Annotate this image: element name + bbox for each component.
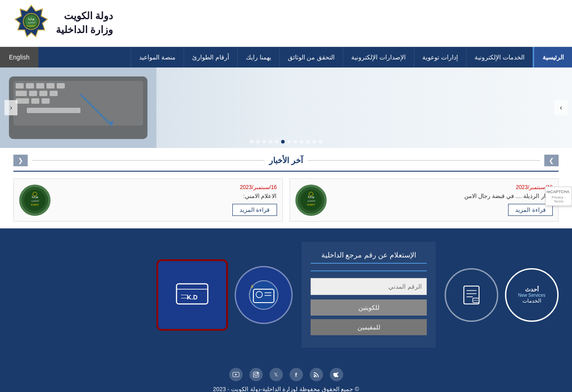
- slider-dot-8[interactable]: [275, 140, 278, 143]
- slider-dot-7[interactable]: [281, 140, 285, 143]
- news-card-2-logo: وزارة الداخلية KUWAIT: [19, 185, 50, 216]
- nav-item-awareness[interactable]: إدارات توعوية: [414, 47, 466, 67]
- services-section: أحدث New Services الخدمات الإستعلام عن ر…: [0, 228, 572, 361]
- news-card-2-more-button[interactable]: قراءة المزيد: [232, 204, 277, 216]
- recaptcha-label: reCAPTCHA: [548, 189, 569, 194]
- svg-rect-20: [42, 98, 50, 104]
- svg-point-53: [314, 375, 315, 377]
- site-title-line1: دولة الكويت: [56, 9, 113, 23]
- svg-rect-36: [464, 286, 479, 304]
- slider-dot-5[interactable]: [294, 140, 297, 143]
- svg-rect-18: [16, 98, 29, 104]
- social-apple[interactable]: [330, 368, 343, 381]
- slider-dot-11[interactable]: [256, 140, 260, 143]
- svg-text:KUWAIT: KUWAIT: [27, 25, 35, 27]
- svg-marker-58: [235, 374, 237, 375]
- footer-social: f 𝕏: [13, 368, 559, 381]
- social-facebook[interactable]: f: [290, 368, 303, 381]
- logo-badge: وزارة الداخلية KUWAIT: [13, 4, 49, 42]
- news-card-1-logo: وزارة الداخلية KUWAIT: [295, 185, 327, 216]
- nav-item-emergency[interactable]: أرقام الطوارئ: [184, 47, 237, 67]
- social-instagram[interactable]: [249, 368, 263, 381]
- recaptcha-links: Privacy - Terms: [548, 195, 569, 203]
- news-title: آخر الأخبار: [269, 156, 303, 165]
- slider-content: [0, 67, 572, 148]
- slider-dot-9[interactable]: [269, 140, 272, 143]
- nav-separator: [533, 47, 534, 67]
- nav-items: الرئيسية الخدمات الإلكترونية إدارات توعو…: [38, 47, 572, 67]
- svg-rect-21: [27, 108, 80, 113]
- inquiry-box: الإستعلام عن رقم مرجع الداخلية للكويتين …: [302, 242, 436, 348]
- svg-text:وزارة: وزارة: [28, 17, 34, 21]
- nav-item-home[interactable]: الرئيسية: [534, 47, 572, 67]
- site-title-line2: وزارة الداخلية: [56, 23, 113, 37]
- nav-item-electronic-services[interactable]: الخدمات الإلكترونية: [466, 47, 533, 67]
- site-header: دولة الكويت وزارة الداخلية وزارة الداخلي…: [0, 0, 572, 47]
- news-prev-button[interactable]: ❮: [13, 155, 28, 166]
- slider-prev-button[interactable]: ‹: [4, 100, 17, 115]
- social-youtube[interactable]: [229, 368, 243, 381]
- svg-rect-16: [39, 91, 47, 96]
- kuwaiti-button[interactable]: للكويتين: [311, 299, 427, 316]
- svg-text:وزارة: وزارة: [32, 194, 38, 198]
- services-icons: أحدث New Services الخدمات: [445, 242, 559, 348]
- svg-text:الداخلية: الداخلية: [28, 21, 35, 24]
- svg-rect-13: [57, 83, 65, 89]
- service-cards-right: # K.D: [156, 242, 293, 348]
- civil-number-input[interactable]: [311, 278, 427, 295]
- id-card-service[interactable]: #: [235, 266, 293, 324]
- news-card-1-date: 16/سبتمبر/2023: [331, 184, 553, 190]
- slider-next-button[interactable]: ›: [555, 100, 568, 115]
- slider-dots: [250, 140, 322, 143]
- nav-english-toggle[interactable]: English: [0, 47, 38, 67]
- new-services-circle[interactable]: أحدث New Services الخدمات: [505, 268, 559, 322]
- svg-text:وزارة: وزارة: [308, 194, 314, 198]
- svg-rect-15: [29, 91, 37, 96]
- news-cards: 16/سبتمبر/2023 اوكار الرذيلة .... في قبض…: [13, 178, 559, 222]
- svg-text:KUWAIT: KUWAIT: [307, 203, 315, 206]
- slider-dot-12[interactable]: [250, 140, 253, 143]
- news-card-2-date: 16/سبتمبر/2023: [55, 184, 277, 190]
- nav-item-verify-docs[interactable]: التحقق من الوثائق: [279, 47, 343, 67]
- resident-button[interactable]: للمقيمين: [311, 319, 427, 335]
- news-card-1-content: 16/سبتمبر/2023 اوكار الرذيلة .... في قبض…: [331, 184, 553, 216]
- social-twitter[interactable]: 𝕏: [269, 368, 283, 381]
- nav-item-publications[interactable]: الإصدارات الإلكترونية: [343, 47, 414, 67]
- news-next-button[interactable]: ❯: [544, 155, 559, 166]
- news-card-2-text: الاعلام الامني:: [55, 193, 277, 199]
- hero-slider: ‹ ›: [0, 67, 572, 148]
- nav-item-opinion[interactable]: يهمنا رايك: [237, 47, 279, 67]
- svg-rect-17: [50, 91, 58, 96]
- news-card-1-more-button[interactable]: قراءة المزيد: [508, 204, 553, 216]
- news-card-2: 16/سبتمبر/2023 الاعلام الامني: قراءة الم…: [13, 178, 283, 222]
- svg-rect-14: [16, 91, 27, 96]
- keyboard-image: [0, 67, 156, 148]
- inquiry-title: الإستعلام عن رقم مرجع الداخلية: [311, 251, 427, 264]
- footer-copyright: © جميع الحقوق محفوظة لوزارة الداخلية-دول…: [13, 386, 559, 392]
- slider-dot-3[interactable]: [306, 140, 310, 143]
- slider-dot-6[interactable]: [287, 140, 291, 143]
- svg-text:KUWAIT: KUWAIT: [31, 203, 39, 206]
- svg-rect-11: [36, 83, 44, 89]
- svg-rect-19: [31, 98, 39, 104]
- slider-dot-10[interactable]: [262, 140, 266, 143]
- new-services-label2: New Services: [518, 293, 545, 298]
- news-header: ❯ آخر الأخبار ❮: [13, 155, 559, 172]
- nav-item-appointments[interactable]: منصة المواعيد: [130, 47, 184, 67]
- svg-point-56: [257, 373, 258, 374]
- service-circle-2[interactable]: [445, 268, 498, 322]
- site-footer: f 𝕏 © جميع الحقوق محفوظة لوزارة الداخلية…: [0, 361, 572, 392]
- slider-dot-2[interactable]: [312, 140, 316, 143]
- new-services-label1: أحدث: [525, 286, 539, 293]
- news-section: ❯ آخر الأخبار ❮ 16/سبتمبر/2023 اوكار الر…: [0, 148, 572, 228]
- svg-rect-12: [46, 83, 55, 89]
- svg-text:#: #: [251, 284, 253, 289]
- news-card-1-text: اوكار الرذيلة .... في قبضة رجال الامن: [331, 193, 553, 199]
- slider-dot-1[interactable]: [319, 140, 322, 143]
- social-rss[interactable]: [310, 368, 323, 381]
- kd-card-service[interactable]: K.D: [156, 259, 228, 331]
- new-services-label3: الخدمات: [522, 298, 541, 304]
- svg-point-55: [255, 373, 257, 376]
- slider-dot-4[interactable]: [300, 140, 303, 143]
- svg-rect-10: [26, 83, 34, 89]
